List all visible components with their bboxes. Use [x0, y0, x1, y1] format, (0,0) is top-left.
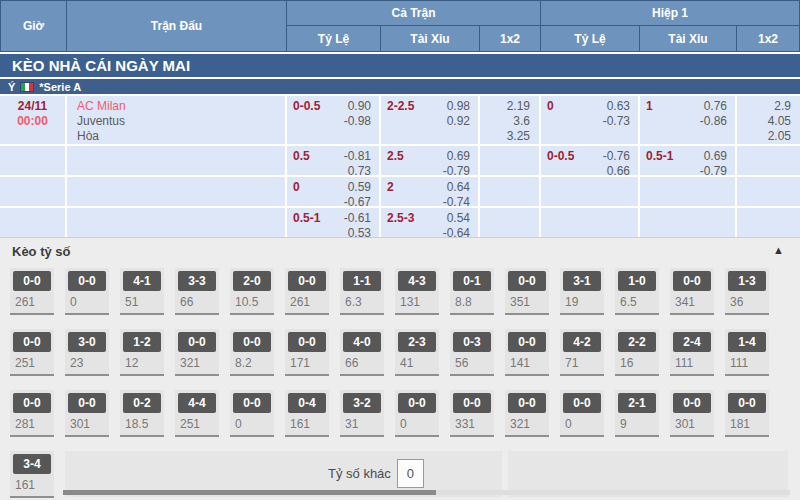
score-cell[interactable]: 2-216	[615, 329, 659, 376]
score-chip[interactable]: 2-0	[233, 271, 271, 291]
ft-1x2-cell[interactable]: 2.193.63.25	[480, 96, 541, 144]
score-chip[interactable]: 0-0	[453, 393, 491, 413]
score-chip[interactable]: 0-1	[453, 271, 491, 291]
score-cell[interactable]: 1-4111	[725, 329, 769, 376]
ft-handicap-cell[interactable]: 0.5 -0.810.73	[287, 146, 381, 175]
score-chip[interactable]: 1-2	[123, 332, 161, 352]
score-chip[interactable]: 2-1	[618, 393, 656, 413]
score-chip[interactable]: 1-0	[618, 271, 656, 291]
score-chip[interactable]: 1-3	[728, 271, 766, 291]
h1-1x2-cell[interactable]: 2.94.052.05	[737, 96, 800, 144]
score-cell[interactable]: 1-336	[725, 268, 769, 315]
score-cell[interactable]: 3-231	[340, 390, 384, 437]
odds-value[interactable]: -0.81	[344, 149, 371, 164]
score-cell[interactable]: 2-19	[615, 390, 659, 437]
odds-value[interactable]: 2.05	[768, 129, 791, 144]
score-chip[interactable]: 0-0	[288, 332, 326, 352]
score-cell[interactable]: 0-0351	[505, 268, 549, 315]
score-cell[interactable]: 0-00	[65, 268, 109, 315]
score-chip[interactable]: 4-3	[398, 271, 436, 291]
score-cell[interactable]: 0-08.2	[230, 329, 274, 376]
ft-handicap-cell[interactable]: 0.5-1 -0.610.53	[287, 208, 381, 237]
score-chip[interactable]: 0-0	[233, 393, 271, 413]
score-chip[interactable]: 0-0	[178, 332, 216, 352]
h1-handicap-cell[interactable]: 0-0.5 -0.760.66	[541, 146, 640, 175]
score-cell[interactable]: 0-0171	[285, 329, 329, 376]
score-chip[interactable]: 1-1	[343, 271, 381, 291]
score-cell[interactable]: 3-023	[65, 329, 109, 376]
score-chip[interactable]: 2-2	[618, 332, 656, 352]
score-cell[interactable]: 0-0261	[10, 268, 54, 315]
odds-value[interactable]: 0.59	[348, 180, 371, 195]
score-chip[interactable]: 0-0	[673, 393, 711, 413]
score-chip[interactable]: 0-0	[728, 393, 766, 413]
score-cell[interactable]: 0-00	[395, 390, 439, 437]
score-chip[interactable]: 3-2	[343, 393, 381, 413]
odds-value[interactable]: -0.61	[344, 211, 371, 226]
odds-value[interactable]: -0.98	[344, 114, 371, 129]
odds-value[interactable]: 0.64	[447, 180, 470, 195]
odds-value[interactable]: 0.69	[447, 149, 470, 164]
ft-overunder-cell[interactable]: 2.5 0.69-0.79	[381, 146, 480, 175]
score-cell[interactable]: 0-0251	[10, 329, 54, 376]
score-cell[interactable]: 3-4161	[10, 451, 54, 498]
score-chip[interactable]: 0-0	[13, 393, 51, 413]
odds-value[interactable]: 4.05	[768, 114, 791, 129]
score-chip[interactable]: 2-4	[673, 332, 711, 352]
horizontal-scrollbar[interactable]	[63, 490, 790, 495]
odds-value[interactable]: 0.92	[447, 114, 470, 129]
ft-overunder-cell[interactable]: 2-2.5 0.980.92	[381, 96, 480, 144]
score-chip[interactable]: 0-0	[508, 332, 546, 352]
odds-value[interactable]: -0.86	[700, 114, 727, 129]
score-cell[interactable]: 0-0321	[175, 329, 219, 376]
odds-value[interactable]: 3.6	[513, 114, 530, 129]
score-chip[interactable]: 3-3	[178, 271, 216, 291]
score-cell[interactable]: 0-0181	[725, 390, 769, 437]
odds-value[interactable]: 0.63	[607, 99, 630, 114]
odds-value[interactable]: 3.25	[507, 129, 530, 144]
score-chip[interactable]: 0-0	[398, 393, 436, 413]
score-cell[interactable]: 1-16.3	[340, 268, 384, 315]
score-cell[interactable]: 0-0341	[670, 268, 714, 315]
score-cell[interactable]: 2-341	[395, 329, 439, 376]
score-cell[interactable]: 0-0301	[670, 390, 714, 437]
score-chip[interactable]: 1-4	[728, 332, 766, 352]
score-cell[interactable]: 0-18.8	[450, 268, 494, 315]
ft-handicap-cell[interactable]: 0-0.5 0.90-0.98	[287, 96, 381, 144]
score-cell[interactable]: 0-0281	[10, 390, 54, 437]
odds-value[interactable]: 0.54	[447, 211, 470, 226]
score-cell[interactable]: 0-356	[450, 329, 494, 376]
score-chip[interactable]: 0-0	[508, 271, 546, 291]
score-chip[interactable]: 4-4	[178, 393, 216, 413]
ft-overunder-cell[interactable]: 2.5-3 0.54-0.64	[381, 208, 480, 237]
ft-overunder-cell[interactable]: 2 0.64-0.74	[381, 177, 480, 206]
score-chip[interactable]: 0-0	[13, 332, 51, 352]
score-chip[interactable]: 3-0	[68, 332, 106, 352]
odds-value[interactable]: 0.69	[704, 149, 727, 164]
score-cell[interactable]: 3-119	[560, 268, 604, 315]
score-chip[interactable]: 4-2	[563, 332, 601, 352]
odds-value[interactable]: 2.9	[774, 99, 791, 114]
score-cell[interactable]: 2-4111	[670, 329, 714, 376]
h1-overunder-cell[interactable]: 0.5-1 0.69-0.79	[640, 146, 737, 175]
score-cell[interactable]: 1-212	[120, 329, 164, 376]
score-cell[interactable]: 0-0301	[65, 390, 109, 437]
score-cell[interactable]: 4-151	[120, 268, 164, 315]
odds-value[interactable]: 0.76	[704, 99, 727, 114]
score-chip[interactable]: 0-0	[68, 393, 106, 413]
score-chip[interactable]: 0-0	[563, 393, 601, 413]
collapse-icon[interactable]: ▲	[773, 244, 784, 256]
score-cell[interactable]: 0-0331	[450, 390, 494, 437]
score-chip[interactable]: 0-4	[288, 393, 326, 413]
score-chip[interactable]: 0-0	[13, 271, 51, 291]
h1-handicap-cell[interactable]: 0 0.63-0.73	[541, 96, 640, 144]
odds-value[interactable]: 0.98	[447, 99, 470, 114]
score-chip[interactable]: 4-1	[123, 271, 161, 291]
other-score-input[interactable]	[397, 459, 424, 488]
score-chip[interactable]: 0-2	[123, 393, 161, 413]
odds-value[interactable]: -0.73	[603, 114, 630, 129]
score-chip[interactable]: 3-1	[563, 271, 601, 291]
scrollbar-thumb[interactable]	[63, 490, 436, 495]
score-chip[interactable]: 2-3	[398, 332, 436, 352]
score-chip[interactable]: 0-0	[288, 271, 326, 291]
